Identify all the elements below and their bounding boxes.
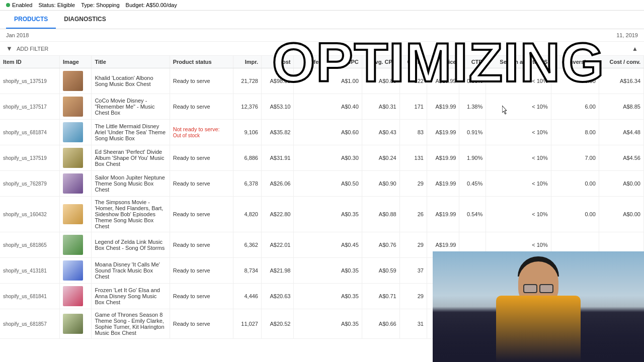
cell-clicks: 171 xyxy=(399,94,427,120)
cell-cost: A$22.80 xyxy=(261,197,293,232)
table-row: shopify_us_137519 Khalid 'Location' Albo… xyxy=(0,68,644,94)
cell-search-abs: < 10% xyxy=(486,145,551,171)
cell-impr: 6,378 xyxy=(233,171,262,197)
cell-ctr: 0.56% xyxy=(459,68,486,94)
status-eligible: Status: Eligible xyxy=(38,2,75,8)
table-row: shopify_us_681874 The Little Mermaid Dis… xyxy=(0,120,644,145)
col-avg-cpc[interactable]: Avg. CPC xyxy=(362,56,399,68)
tab-products[interactable]: PRODUCTS xyxy=(6,11,56,29)
col-clicks[interactable]: Clicks xyxy=(399,56,427,68)
cell-clicks: 83 xyxy=(399,120,427,145)
col-cost[interactable]: ↓ Cost xyxy=(261,56,293,68)
cell-status: Ready to serve xyxy=(170,258,233,284)
cell-clicks: 131 xyxy=(399,145,427,171)
col-title[interactable]: Title xyxy=(92,56,170,68)
cell-impr: 21,728 xyxy=(233,68,262,94)
cell-image xyxy=(60,309,92,339)
col-search-abs[interactable]: Search abs. top IS xyxy=(486,56,551,68)
col-impr[interactable]: Impr. xyxy=(233,56,262,68)
date-right: 11, 2019 xyxy=(616,32,638,38)
cell-item-id: shopify_us_681841 xyxy=(0,284,60,309)
col-product-status[interactable]: Product status xyxy=(170,56,233,68)
tab-diagnostics[interactable]: DIAGNOSTICS xyxy=(56,11,114,29)
cell-title: Sailor Moon Jupiter Neptune Theme Song M… xyxy=(92,171,170,197)
cell-status: Ready to serve xyxy=(170,68,233,94)
col-price[interactable]: Price xyxy=(427,56,459,68)
cell-avg-cpc: A$0.90 xyxy=(362,171,399,197)
cell-impr: 6,886 xyxy=(233,145,262,171)
cell-avg-cpc: A$0.31 xyxy=(362,94,399,120)
cell-clicks: 29 xyxy=(399,171,427,197)
cell-title: Moana Disney 'It Calls Me' Sound Track M… xyxy=(92,258,170,284)
enabled-status: Enabled xyxy=(6,2,32,8)
cell-cost: A$31.91 xyxy=(261,145,293,171)
col-cost-conv[interactable]: Cost / conv. xyxy=(599,56,643,68)
cell-cost: A$21.98 xyxy=(261,258,293,284)
table-row: shopify_us_137517 CoCo Movie Disney - "R… xyxy=(0,94,644,120)
cell-title: Frozen 'Let It Go' Elsa and Anna Disney … xyxy=(92,284,170,309)
cell-price: A$19.99 xyxy=(427,145,459,171)
type-shopping: Type: Shopping xyxy=(81,2,119,8)
cell-eff-cpc: A$0.40 xyxy=(294,94,362,120)
cell-status: Not ready to serve: Out of stock xyxy=(170,120,233,145)
table-row: shopify_us_160432 The Simpsons Movie - '… xyxy=(0,197,644,232)
cell-title: Legend of Zelda Link Music Box Chest - S… xyxy=(92,232,170,258)
cell-cost: A$26.06 xyxy=(261,171,293,197)
cell-cost-conv: A$4.48 xyxy=(599,120,643,145)
cell-status: Ready to serve xyxy=(170,145,233,171)
cell-ctr: 1.90% xyxy=(459,145,486,171)
table-row: shopify_us_762879 Sailor Moon Jupiter Ne… xyxy=(0,171,644,197)
cell-item-id: shopify_us_762879 xyxy=(0,171,60,197)
cell-search-abs: < 10% xyxy=(486,171,551,197)
cell-conversions: 0.00 xyxy=(551,171,599,197)
col-ctr[interactable]: CTR xyxy=(459,56,486,68)
date-row: Jan 2018 11, 2019 xyxy=(0,29,644,42)
cell-avg-cpc: A$0.24 xyxy=(362,145,399,171)
cell-cost-conv: A$0.00 xyxy=(599,197,643,232)
cell-status: Ready to serve xyxy=(170,171,233,197)
cell-item-id: shopify_us_681865 xyxy=(0,232,60,258)
cell-conversions: 8.00 xyxy=(551,120,599,145)
collapse-button[interactable]: ▲ xyxy=(632,45,638,52)
col-item-id[interactable]: Item ID xyxy=(0,56,60,68)
webcam-bg xyxy=(433,296,644,362)
cell-clicks: 37 xyxy=(399,258,427,284)
cell-status: Ready to serve xyxy=(170,197,233,232)
cell-title: Game of Thrones Season 8 Theme Song - Em… xyxy=(92,309,170,339)
cell-eff-cpc: A$0.50 xyxy=(294,171,362,197)
date-left: Jan 2018 xyxy=(6,32,29,38)
cell-image xyxy=(60,145,92,171)
cell-item-id: shopify_us_137517 xyxy=(0,94,60,120)
cell-image xyxy=(60,171,92,197)
col-conversions[interactable]: Conversions xyxy=(551,56,599,68)
cell-cost: A$20.52 xyxy=(261,309,293,339)
cell-avg-cpc: A$0.59 xyxy=(362,258,399,284)
cell-ctr: 0.45% xyxy=(459,171,486,197)
cell-clicks: 31 xyxy=(399,309,427,339)
tabs-bar: PRODUCTS DIAGNOSTICS xyxy=(0,11,644,29)
cell-ctr: 0.91% xyxy=(459,120,486,145)
cell-title: The Little Mermaid Disney Ariel 'Under T… xyxy=(92,120,170,145)
person-glasses xyxy=(521,284,556,293)
cell-eff-cpc: A$0.30 xyxy=(294,145,362,171)
cell-ctr: 0.54% xyxy=(459,197,486,232)
cell-title: Ed Sheeran 'Perfect' Divide Album 'Shape… xyxy=(92,145,170,171)
col-eff-cpc[interactable]: Effective max. CPC xyxy=(294,56,362,68)
webcam-person xyxy=(433,251,644,362)
glass-right xyxy=(539,284,553,293)
cell-cost: A$20.63 xyxy=(261,284,293,309)
cell-price: A$19.99 xyxy=(427,171,459,197)
cell-conversions: 6.00 xyxy=(551,68,599,94)
cell-status: Ready to serve xyxy=(170,232,233,258)
cell-title: The Simpsons Movie - 'Homer, Ned Flander… xyxy=(92,197,170,232)
cell-status: Ready to serve xyxy=(170,309,233,339)
add-filter-label[interactable]: ADD FILTER xyxy=(17,46,48,52)
cell-item-id: shopify_us_137519 xyxy=(0,68,60,94)
cell-impr: 4,820 xyxy=(233,197,262,232)
cell-avg-cpc: A$0.43 xyxy=(362,120,399,145)
cell-search-abs: < 10% xyxy=(486,68,551,94)
cell-clicks: 29 xyxy=(399,232,427,258)
status-bar: Enabled Status: Eligible Type: Shopping … xyxy=(0,0,644,11)
cell-price: A$19.99 xyxy=(427,94,459,120)
cell-image xyxy=(60,197,92,232)
